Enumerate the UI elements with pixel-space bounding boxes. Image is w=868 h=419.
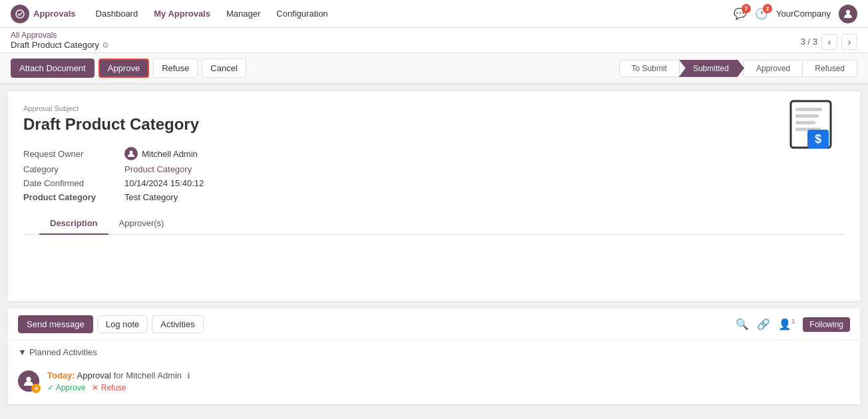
field-value-owner: Mitchell Admin bbox=[124, 147, 356, 160]
svg-rect-3 bbox=[795, 108, 822, 111]
nav-dashboard[interactable]: Dashboard bbox=[89, 5, 145, 23]
svg-rect-5 bbox=[795, 121, 815, 124]
form-section: $ Approval Subject Draft Product Categor… bbox=[7, 91, 861, 301]
status-submitted[interactable]: Submitted bbox=[679, 60, 744, 77]
approval-title: Draft Product Category bbox=[23, 115, 845, 134]
activity-refuse-action[interactable]: ✕ Refuse bbox=[92, 383, 126, 392]
tabs-bar: Description Approver(s) bbox=[23, 213, 845, 235]
messages-button[interactable]: 💬 7 bbox=[734, 7, 747, 20]
action-bar: Attach Document Approve Refuse Cancel To… bbox=[0, 53, 868, 84]
chatter-buttons: Send message Log note Activities bbox=[18, 315, 204, 333]
field-value-date: 10/14/2024 15:40:12 bbox=[124, 178, 356, 188]
nav-configuration[interactable]: Configuration bbox=[270, 5, 334, 23]
activity-date: Today: bbox=[47, 370, 75, 380]
activities-button[interactable]: Activities bbox=[152, 315, 203, 333]
pagination-next[interactable]: › bbox=[841, 34, 857, 50]
approval-illustration: $ bbox=[787, 98, 841, 153]
approval-subject-label: Approval Subject bbox=[23, 104, 845, 112]
company-name: YourCompany bbox=[776, 9, 831, 19]
cancel-button[interactable]: Cancel bbox=[202, 59, 246, 78]
nav-links: Dashboard My Approvals Manager Configura… bbox=[89, 5, 734, 23]
svg-point-1 bbox=[846, 10, 850, 14]
chatter-actions: Send message Log note Activities 🔍 🔗 👤1 … bbox=[7, 309, 861, 341]
user-avatar[interactable] bbox=[839, 5, 857, 23]
brand-icon bbox=[11, 5, 29, 23]
status-to-submit[interactable]: To Submit bbox=[619, 60, 680, 77]
planned-activities-header[interactable]: ▼ Planned Activities bbox=[18, 347, 850, 357]
field-label-date: Date Confirmed bbox=[23, 178, 116, 188]
tab-approvers[interactable]: Approver(s) bbox=[108, 213, 175, 235]
field-value-category[interactable]: Product Category bbox=[124, 164, 356, 174]
activity-approve-action[interactable]: ✓ Approve bbox=[47, 383, 85, 392]
breadcrumb-bar: All Approvals Draft Product Category ⚙ 3… bbox=[0, 28, 868, 53]
settings-gear-icon[interactable]: ⚙ bbox=[102, 41, 109, 50]
activity-for: for Mitchell Admin bbox=[114, 370, 182, 380]
nav-manager[interactable]: Manager bbox=[220, 5, 267, 23]
send-message-button[interactable]: Send message bbox=[18, 315, 93, 333]
field-label-product-category: Product Category bbox=[23, 192, 116, 202]
messages-badge: 7 bbox=[742, 4, 751, 13]
tab-content-description bbox=[23, 235, 845, 288]
activity-item: ★ Today: Approval for Mitchell Admin ℹ ✓… bbox=[18, 365, 850, 398]
chatter-section: Send message Log note Activities 🔍 🔗 👤1 … bbox=[7, 309, 861, 405]
brand-name: Approvals bbox=[33, 9, 76, 19]
attachment-icon[interactable]: 🔗 bbox=[757, 318, 770, 331]
pagination-prev[interactable]: ‹ bbox=[821, 34, 837, 50]
activity-type: Approval bbox=[77, 370, 111, 380]
refuse-button[interactable]: Refuse bbox=[153, 59, 198, 78]
field-label-category: Category bbox=[23, 164, 116, 174]
approve-button[interactable]: Approve bbox=[99, 59, 149, 78]
brand-logo[interactable]: Approvals bbox=[11, 5, 76, 23]
follower-icon[interactable]: 👤1 bbox=[778, 318, 795, 331]
pagination-text: 3 / 3 bbox=[801, 37, 817, 47]
nav-my-approvals[interactable]: My Approvals bbox=[147, 5, 217, 23]
field-value-product-category: Test Category bbox=[124, 192, 356, 202]
svg-point-10 bbox=[27, 377, 31, 382]
chatter-icons: 🔍 🔗 👤1 Following bbox=[736, 317, 850, 332]
activity-avatar: ★ bbox=[18, 370, 39, 392]
status-approved[interactable]: Approved bbox=[744, 60, 803, 77]
following-button[interactable]: Following bbox=[803, 317, 850, 332]
owner-name: Mitchell Admin bbox=[142, 149, 198, 159]
clock-button[interactable]: 🕐 2 bbox=[755, 7, 768, 20]
status-pipeline: To Submit Submitted Approved Refused bbox=[619, 60, 857, 77]
tab-description[interactable]: Description bbox=[39, 213, 108, 235]
status-refused[interactable]: Refused bbox=[802, 60, 857, 77]
owner-avatar bbox=[124, 147, 138, 160]
activity-info-icon[interactable]: ℹ bbox=[187, 371, 190, 380]
content-area: $ Approval Subject Draft Product Categor… bbox=[7, 90, 861, 302]
collapse-icon: ▼ bbox=[18, 347, 27, 357]
svg-text:$: $ bbox=[815, 132, 821, 146]
activity-description: Today: Approval for Mitchell Admin ℹ bbox=[47, 370, 190, 380]
svg-rect-4 bbox=[795, 114, 819, 118]
action-buttons: Attach Document Approve Refuse Cancel bbox=[11, 59, 246, 78]
field-label-owner: Request Owner bbox=[23, 147, 116, 160]
search-icon[interactable]: 🔍 bbox=[736, 318, 749, 331]
breadcrumb-parent[interactable]: All Approvals bbox=[11, 31, 109, 40]
activity-content: Today: Approval for Mitchell Admin ℹ ✓ A… bbox=[47, 370, 190, 392]
log-note-button[interactable]: Log note bbox=[97, 315, 148, 333]
following-label: Following bbox=[809, 320, 843, 329]
activity-star-icon: ★ bbox=[31, 384, 41, 393]
form-fields: Request Owner Mitchell Admin Category Pr… bbox=[23, 147, 356, 202]
planned-activities-section: ▼ Planned Activities ★ Today: Approval f… bbox=[7, 341, 861, 404]
nav-right: 💬 7 🕐 2 YourCompany bbox=[734, 5, 857, 23]
breadcrumb-current: Draft Product Category ⚙ bbox=[11, 40, 109, 53]
planned-activities-label: Planned Activities bbox=[29, 347, 97, 357]
activity-actions: ✓ Approve ✕ Refuse bbox=[47, 383, 190, 392]
svg-point-9 bbox=[130, 151, 133, 154]
clock-badge: 2 bbox=[763, 4, 772, 13]
attach-document-button[interactable]: Attach Document bbox=[11, 59, 95, 78]
pagination-controls: 3 / 3 ‹ › bbox=[801, 34, 857, 50]
